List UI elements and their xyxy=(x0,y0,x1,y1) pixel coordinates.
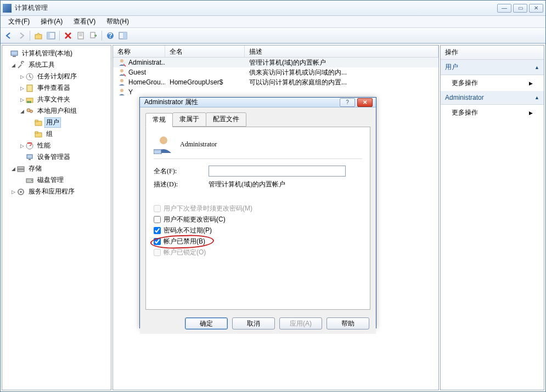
show-hide-tree-button[interactable] xyxy=(45,30,57,42)
folder-icon xyxy=(34,130,43,139)
forward-button[interactable] xyxy=(15,30,27,42)
cell-fullname: HomeGroupUser$ xyxy=(170,78,223,86)
list-row[interactable]: Y xyxy=(113,87,438,97)
description-value: 管理计算机(域)的内置帐户 xyxy=(209,180,285,189)
checkbox-account-disabled[interactable]: 帐户已禁用(B) xyxy=(154,237,362,246)
cell-name: Guest xyxy=(128,69,146,76)
tree-root[interactable]: 计算机管理(本地) xyxy=(20,48,74,59)
svg-point-35 xyxy=(120,79,123,82)
tree-groups[interactable]: 组 xyxy=(44,129,54,139)
dialog-help-button[interactable]: ? xyxy=(340,98,355,107)
svg-rect-28 xyxy=(18,169,24,172)
expand-icon[interactable]: ◢ xyxy=(10,166,16,172)
help-button[interactable]: 帮助 xyxy=(327,317,369,329)
tree-local-users-groups[interactable]: 本地用户和组 xyxy=(36,106,78,116)
services-icon xyxy=(16,188,25,196)
actions-header: 操作 xyxy=(441,46,544,60)
list-row[interactable]: HomeGrou... HomeGroupUser$ 可以访问计算机的家庭组的内… xyxy=(113,77,438,87)
user-icon xyxy=(117,78,126,87)
main-window: 计算机管理 — ▭ ✕ 文件(F) 操作(A) 查看(V) 帮助(H) ? 计算… xyxy=(0,0,546,392)
svg-text:?: ? xyxy=(108,32,112,39)
actions-section-admin[interactable]: Administrator▲ xyxy=(441,91,544,105)
checkbox-never-expires[interactable]: 密码永不过期(P) xyxy=(154,226,362,235)
user-icon xyxy=(117,68,126,77)
expand-icon[interactable]: ▷ xyxy=(19,143,25,149)
tree-event-viewer[interactable]: 事件查看器 xyxy=(36,83,72,93)
menu-file[interactable]: 文件(F) xyxy=(4,16,34,27)
tree-device-manager[interactable]: 设备管理器 xyxy=(36,152,72,162)
svg-rect-23 xyxy=(35,132,38,133)
expand-icon[interactable]: ▷ xyxy=(10,189,16,195)
export-button[interactable] xyxy=(87,30,99,42)
toolbar: ? xyxy=(1,28,545,43)
tree-system-tools[interactable]: 系统工具 xyxy=(27,60,57,70)
expand-icon[interactable]: ◢ xyxy=(10,63,16,68)
tab-profile[interactable]: 配置文件 xyxy=(206,112,246,127)
expand-icon[interactable]: ▷ xyxy=(19,74,25,79)
svg-rect-25 xyxy=(27,155,32,158)
cell-desc: 可以访问计算机的家庭组的内置... xyxy=(249,78,347,87)
tree-shared-folders[interactable]: 共享文件夹 xyxy=(36,94,72,105)
fullname-input[interactable] xyxy=(209,166,346,177)
close-button[interactable]: ✕ xyxy=(529,4,543,13)
maximize-button[interactable]: ▭ xyxy=(513,4,527,13)
menu-help[interactable]: 帮助(H) xyxy=(102,16,133,27)
label-fullname: 全名(F): xyxy=(154,167,209,176)
col-fullname[interactable]: 全名 xyxy=(165,46,245,57)
actions-more-users[interactable]: 更多操作▶ xyxy=(441,75,544,91)
cancel-button[interactable]: 取消 xyxy=(232,317,275,329)
expand-icon[interactable]: ◢ xyxy=(19,109,25,114)
dialog-title: Administrator 属性 xyxy=(143,98,337,107)
actions-more-admin[interactable]: 更多操作▶ xyxy=(441,105,544,121)
ok-button[interactable]: 确定 xyxy=(185,317,228,329)
refresh-button[interactable] xyxy=(117,30,129,42)
chevron-right-icon: ▶ xyxy=(529,110,533,116)
label-description: 描述(D): xyxy=(154,180,209,189)
apply-button[interactable]: 应用(A) xyxy=(279,317,322,329)
expand-icon[interactable]: ▷ xyxy=(19,97,25,103)
dialog-buttons: 确定 取消 应用(A) 帮助 xyxy=(140,313,376,334)
tree-storage[interactable]: 存储 xyxy=(27,163,43,174)
cell-desc: 供来宾访问计算机或访问域的内... xyxy=(249,68,347,77)
tree-performance[interactable]: 性能 xyxy=(36,140,52,151)
svg-point-36 xyxy=(120,89,123,92)
expand-icon[interactable]: ▷ xyxy=(19,86,25,91)
tree-task-scheduler[interactable]: 任务计划程序 xyxy=(36,71,78,82)
up-level-button[interactable] xyxy=(32,30,44,42)
tab-page-general: Administrator 全名(F): 描述(D): 管理计算机(域)的内置帐… xyxy=(145,127,370,310)
back-button[interactable] xyxy=(3,30,15,42)
menu-view[interactable]: 查看(V) xyxy=(69,16,100,27)
dialog-close-button[interactable]: ✕ xyxy=(357,98,373,107)
tree-disk-mgmt[interactable]: 磁盘管理 xyxy=(36,175,65,185)
minimize-button[interactable]: — xyxy=(497,4,511,13)
svg-point-32 xyxy=(20,191,22,193)
nav-tree[interactable]: 计算机管理(本地) ◢系统工具 ▷任务计划程序 ▷事件查看器 ▷共享文件夹 ◢本… xyxy=(2,45,111,390)
svg-point-33 xyxy=(120,59,123,63)
checkbox-account-locked: 帐户已锁定(O) xyxy=(154,248,362,257)
actions-section-users[interactable]: 用户▲ xyxy=(441,60,544,75)
tree-services[interactable]: 服务和应用程序 xyxy=(27,186,76,197)
properties-button[interactable] xyxy=(75,30,87,42)
tab-general[interactable]: 常规 xyxy=(145,113,173,127)
svg-rect-27 xyxy=(18,167,24,169)
checkbox-cannot-change[interactable]: 用户不能更改密码(C) xyxy=(154,215,362,224)
svg-point-37 xyxy=(160,137,167,144)
svg-rect-21 xyxy=(35,120,38,122)
user-icon xyxy=(117,88,126,96)
tree-users[interactable]: 用户 xyxy=(44,117,61,128)
delete-button[interactable] xyxy=(62,30,74,42)
app-icon xyxy=(3,4,12,13)
event-icon xyxy=(25,84,34,93)
svg-point-16 xyxy=(27,101,29,103)
list-row[interactable]: Administrat... 管理计算机(域)的内置帐户 xyxy=(113,58,438,67)
profile-name: Administrator xyxy=(180,140,217,149)
collapse-icon: ▲ xyxy=(534,65,539,70)
help-button[interactable]: ? xyxy=(104,30,116,42)
col-name[interactable]: 名称 xyxy=(113,46,165,57)
list-row[interactable]: Guest 供来宾访问计算机或访问域的内... xyxy=(113,67,438,77)
cell-name: Y xyxy=(128,88,133,96)
tab-member-of[interactable]: 隶属于 xyxy=(172,112,206,127)
menubar: 文件(F) 操作(A) 查看(V) 帮助(H) xyxy=(1,16,545,28)
menu-action[interactable]: 操作(A) xyxy=(36,16,67,27)
col-description[interactable]: 描述 xyxy=(245,46,438,57)
